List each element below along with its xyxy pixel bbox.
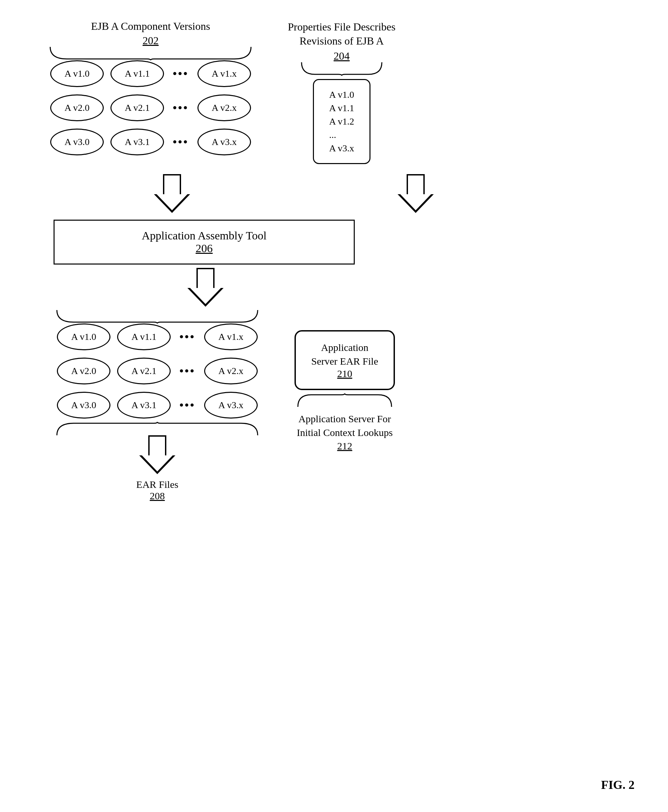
b-ellipse-av31: A v3.1 xyxy=(117,392,171,419)
fig-label: FIG. 2 xyxy=(601,778,635,792)
b-dots-2: ••• xyxy=(179,365,195,377)
b-ellipse-av20: A v2.0 xyxy=(57,358,110,384)
top-group: EJB A Component Versions 202 A v1.0 A v1… xyxy=(47,20,641,164)
page: EJB A Component Versions 202 A v1.0 A v1… xyxy=(0,0,668,812)
dots-2: ••• xyxy=(173,102,189,114)
down-arrow-4 xyxy=(139,435,175,474)
ellipse-av21: A v2.1 xyxy=(110,94,164,121)
bottom-curly-brace-top xyxy=(53,310,261,323)
bottom-ellipse-grid: A v1.0 A v1.1 ••• A v1.x A v2.0 A v2.1 •… xyxy=(57,323,258,419)
b-ellipse-av30: A v3.0 xyxy=(57,392,110,419)
down-arrow-3 xyxy=(187,268,224,307)
properties-block: Properties File DescribesRevisions of EJ… xyxy=(288,20,396,164)
down-arrow-2 xyxy=(397,174,434,213)
ellipse-av31: A v3.1 xyxy=(110,129,164,156)
arrows-row-1 xyxy=(27,174,641,213)
properties-curly-brace xyxy=(298,62,385,76)
ellipse-row-2: A v2.0 A v2.1 ••• A v2.x xyxy=(50,94,251,121)
ellipse-av10: A v1.0 xyxy=(50,60,104,87)
bottom-ellipse-row-2: A v2.0 A v2.1 ••• A v2.x xyxy=(57,358,258,384)
ejb-ellipse-grid: A v1.0 A v1.1 ••• A v1.x A v2.0 A v2.1 •… xyxy=(50,60,251,156)
b-dots-1: ••• xyxy=(179,330,195,343)
app-server-for-label: Application Server ForInitial Context Lo… xyxy=(297,412,393,453)
ejb-versions-number: 202 xyxy=(143,35,159,47)
b-ellipse-av2x: A v2.x xyxy=(204,358,258,384)
dots-1: ••• xyxy=(173,67,189,80)
prop-item-last: A v3.x xyxy=(329,143,354,154)
b-dots-3: ••• xyxy=(179,399,195,412)
prop-item-2: A v1.1 xyxy=(329,103,354,114)
b-ellipse-av1x: A v1.x xyxy=(204,323,258,350)
assembly-tool-number: 206 xyxy=(88,242,320,255)
top-curly-brace xyxy=(47,47,254,60)
ejb-versions-block: EJB A Component Versions 202 A v1.0 A v1… xyxy=(47,20,254,156)
ellipse-av30: A v3.0 xyxy=(50,129,104,156)
properties-items: A v1.0 A v1.1 A v1.2 ... A v3.x xyxy=(313,79,371,164)
assembly-tool-section: Application Assembly Tool 206 xyxy=(27,216,641,265)
prop-item-3: A v1.2 xyxy=(329,116,354,127)
arrows-row-2 xyxy=(27,268,641,307)
ellipse-row-1: A v1.0 A v1.1 ••• A v1.x xyxy=(50,60,251,87)
assembly-tool-title: Application Assembly Tool xyxy=(88,229,320,242)
ejb-versions-title: EJB A Component Versions xyxy=(91,20,210,32)
bottom-curly-brace-bottom xyxy=(53,419,261,435)
ellipse-av20: A v2.0 xyxy=(50,94,104,121)
right-curly-brace xyxy=(294,390,395,407)
bottom-ellipse-row-1: A v1.0 A v1.1 ••• A v1.x xyxy=(57,323,258,350)
down-arrow-1 xyxy=(154,174,190,213)
bottom-group: A v1.0 A v1.1 ••• A v1.x A v2.0 A v2.1 •… xyxy=(27,310,641,502)
ellipse-av11: A v1.1 xyxy=(110,60,164,87)
properties-title: Properties File DescribesRevisions of EJ… xyxy=(288,20,396,48)
prop-item-1: A v1.0 xyxy=(329,89,354,100)
ear-files-number: 208 xyxy=(150,490,165,501)
b-ellipse-av21: A v2.1 xyxy=(117,358,171,384)
prop-item-dots: ... xyxy=(329,130,336,140)
bottom-left: A v1.0 A v1.1 ••• A v1.x A v2.0 A v2.1 •… xyxy=(53,310,261,502)
bottom-right: ApplicationServer EAR File 210 Applicati… xyxy=(294,330,395,453)
b-ellipse-av3x: A v3.x xyxy=(204,392,258,419)
b-ellipse-av11: A v1.1 xyxy=(117,323,171,350)
properties-number: 204 xyxy=(334,50,350,62)
ellipse-av1x: A v1.x xyxy=(197,60,251,87)
app-server-ear-title: ApplicationServer EAR File xyxy=(308,341,382,368)
ellipse-row-3: A v3.0 A v3.1 ••• A v3.x xyxy=(50,129,251,156)
assembly-tool-box: Application Assembly Tool 206 xyxy=(53,220,355,265)
ear-files-label: EAR Files 208 xyxy=(136,479,179,502)
ellipse-av3x: A v3.x xyxy=(197,129,251,156)
dots-3: ••• xyxy=(173,136,189,148)
app-server-for-number: 212 xyxy=(337,440,352,451)
b-ellipse-av10: A v1.0 xyxy=(57,323,110,350)
bottom-ellipse-row-3: A v3.0 A v3.1 ••• A v3.x xyxy=(57,392,258,419)
ellipse-av2x: A v2.x xyxy=(197,94,251,121)
app-server-ear-box: ApplicationServer EAR File 210 xyxy=(294,330,395,390)
app-server-ear-number: 210 xyxy=(308,368,382,379)
